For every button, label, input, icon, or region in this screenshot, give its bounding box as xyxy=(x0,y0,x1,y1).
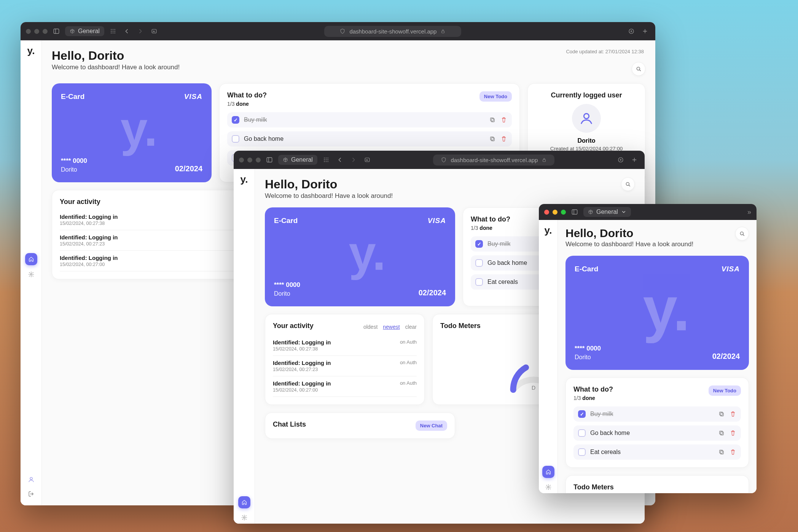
search-button[interactable] xyxy=(632,62,645,76)
todo-text: Buy milk xyxy=(244,116,484,123)
copy-icon[interactable] xyxy=(718,430,725,436)
ecard-expiry: 02/2024 xyxy=(712,352,740,361)
ecard-watermark-icon: y. xyxy=(61,101,202,157)
trash-icon[interactable] xyxy=(730,411,736,417)
nav-home-icon[interactable] xyxy=(542,466,554,478)
page-title: Hello, Dorito xyxy=(565,227,693,240)
nav-forward-icon[interactable] xyxy=(135,26,145,36)
todo-checkbox[interactable] xyxy=(578,429,586,437)
ecard-number: **** 0000 xyxy=(274,281,300,289)
new-tab-icon[interactable] xyxy=(629,155,639,165)
tab-overview-icon[interactable] xyxy=(149,26,159,36)
left-rail: y. xyxy=(234,169,255,524)
maximize-dot[interactable] xyxy=(256,158,261,162)
nav-back-icon[interactable] xyxy=(122,26,132,36)
workspace-label: General xyxy=(291,156,313,163)
workspace-pill[interactable]: General xyxy=(65,26,104,36)
copy-icon[interactable] xyxy=(718,411,725,417)
updated-caption: Code updated at: 27/01/2024 12:38 xyxy=(564,49,645,58)
search-button[interactable] xyxy=(621,177,635,191)
extensions-icon[interactable] xyxy=(626,26,636,36)
minimize-dot[interactable] xyxy=(553,210,557,215)
copy-icon[interactable] xyxy=(489,135,496,142)
cube-icon xyxy=(70,29,75,34)
todo-progress-bold: done xyxy=(582,395,595,401)
site-shield-icon xyxy=(339,28,346,34)
address-bar[interactable]: dashboard-site-showoff.vercel.app xyxy=(376,155,612,166)
ecard-holder: Dorito xyxy=(61,166,87,173)
trash-icon[interactable] xyxy=(500,116,507,123)
browser-window-small: General » y. Hello, Dorito Welcome to da… xyxy=(539,204,757,493)
new-chat-button[interactable]: New Chat xyxy=(416,421,447,431)
workspace-pill[interactable]: General xyxy=(583,207,631,217)
todo-item: Eat cereals xyxy=(573,444,741,460)
nav-settings-icon[interactable] xyxy=(25,268,37,280)
nav-profile-icon[interactable] xyxy=(26,474,37,485)
maximize-dot[interactable] xyxy=(43,29,48,34)
activity-source: on Auth xyxy=(400,360,417,365)
close-dot[interactable] xyxy=(239,158,244,162)
activity-row: Identified: Logging in15/02/2024, 00:27:… xyxy=(273,335,417,356)
todo-item: Buy milk xyxy=(573,406,741,422)
filter-oldest[interactable]: oldest xyxy=(363,324,377,330)
ecard-expiry: 02/2024 xyxy=(419,288,446,297)
nav-settings-icon[interactable] xyxy=(238,511,250,524)
todo-text: Go back home xyxy=(244,135,484,142)
collapse-icon[interactable]: » xyxy=(747,208,751,216)
app-logo: y. xyxy=(545,225,552,239)
lock-icon xyxy=(542,157,547,162)
extensions-icon[interactable] xyxy=(616,155,626,165)
sidebar-toggle-icon[interactable] xyxy=(570,207,580,217)
nav-back-icon[interactable] xyxy=(335,155,345,165)
filter-clear[interactable]: clear xyxy=(405,324,417,330)
copy-icon[interactable] xyxy=(718,449,725,456)
ecard-holder: Dorito xyxy=(575,354,601,361)
activity-date: 15/02/2024, 00:27:23 xyxy=(60,241,118,247)
left-rail: y. xyxy=(21,40,42,505)
todo-item: Buy milk xyxy=(227,112,512,127)
workspace-label: General xyxy=(596,209,618,215)
todo-checkbox[interactable] xyxy=(475,240,483,248)
activity-date: 15/02/2024, 00:27:00 xyxy=(273,387,331,393)
todo-checkbox[interactable] xyxy=(578,448,586,456)
close-dot[interactable] xyxy=(544,210,549,215)
trash-icon[interactable] xyxy=(730,430,736,436)
nav-forward-icon[interactable] xyxy=(349,155,358,165)
todo-checkbox[interactable] xyxy=(232,116,239,124)
activity-event: Identified: Logging in xyxy=(60,234,118,241)
minimize-dot[interactable] xyxy=(34,29,39,34)
apps-grid-icon[interactable] xyxy=(321,155,331,165)
new-todo-button[interactable]: New Todo xyxy=(709,385,741,396)
workspace-pill[interactable]: General xyxy=(278,155,317,165)
todo-checkbox[interactable] xyxy=(475,259,483,267)
sidebar-toggle-icon[interactable] xyxy=(51,26,61,36)
nav-home-icon[interactable] xyxy=(238,496,250,508)
search-button[interactable] xyxy=(735,227,749,241)
tab-overview-icon[interactable] xyxy=(362,155,372,165)
cube-icon xyxy=(588,209,593,215)
new-tab-icon[interactable] xyxy=(640,26,650,36)
todo-checkbox[interactable] xyxy=(475,278,483,286)
todo-title: What to do? xyxy=(227,91,267,99)
new-todo-button[interactable]: New Todo xyxy=(479,91,512,102)
activity-date: 15/02/2024, 00:27:38 xyxy=(273,346,331,352)
apps-grid-icon[interactable] xyxy=(108,26,118,36)
minimize-dot[interactable] xyxy=(247,158,252,162)
nav-settings-icon[interactable] xyxy=(542,481,554,493)
app-logo: y. xyxy=(241,174,248,188)
close-dot[interactable] xyxy=(26,29,31,34)
copy-icon[interactable] xyxy=(489,116,496,123)
todo-checkbox[interactable] xyxy=(232,135,239,143)
address-bar[interactable]: dashboard-site-showoff.vercel.app xyxy=(163,26,623,37)
page-header: Hello, Dorito Welcome to dashboard! Have… xyxy=(52,49,180,71)
trash-icon[interactable] xyxy=(730,449,736,456)
sidebar-toggle-icon[interactable] xyxy=(264,155,274,165)
todo-progress-prefix: 1/3 xyxy=(227,101,236,107)
todo-checkbox[interactable] xyxy=(578,410,586,418)
titlebar: General dashboard-site-showoff.vercel.ap… xyxy=(234,151,645,169)
nav-logout-icon[interactable] xyxy=(26,489,37,499)
filter-newest[interactable]: newest xyxy=(383,324,400,330)
trash-icon[interactable] xyxy=(500,135,507,142)
maximize-dot[interactable] xyxy=(561,210,566,215)
nav-home-icon[interactable] xyxy=(25,253,37,265)
